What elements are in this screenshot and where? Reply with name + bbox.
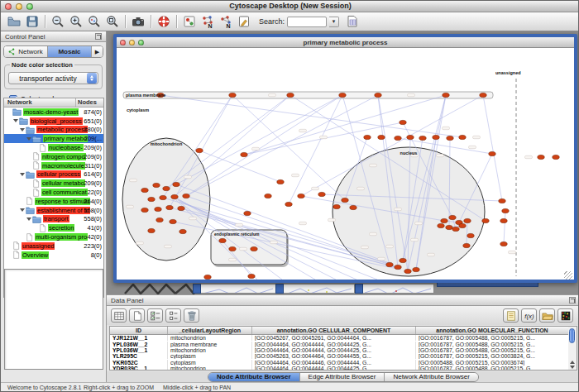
tree-indent [7, 246, 12, 246]
column-header-0[interactable]: ID [110, 327, 168, 334]
network-duplicate-button[interactable]: N [218, 14, 234, 30]
column-header-2[interactable]: annotation.GO CELLULAR_COMPONENT [252, 327, 416, 334]
heatmap-button[interactable] [557, 308, 573, 323]
table-row[interactable]: YDR039C__1mitochondrion[GO:0044464, GO:0… [110, 366, 568, 370]
tab-edge-attribute-browser[interactable]: Edge Attribute Browser [300, 373, 385, 381]
tree-row-response-to-stimulu[interactable]: response to stimulu264(0) [4, 197, 103, 206]
more-tabs-arrow[interactable]: ▶ [92, 46, 103, 57]
node-attributes-button[interactable] [181, 14, 198, 30]
tree-row-macromolecule[interactable]: macromolecule311(0) [4, 161, 103, 170]
annotation-icon [237, 15, 251, 28]
tree-row-cellular-process[interactable]: cellular process614(0) [4, 170, 103, 179]
float-panel-icon[interactable] [95, 33, 102, 40]
svg-text:N: N [208, 23, 213, 29]
help-button[interactable] [156, 14, 172, 30]
tree-row-cell-communicat[interactable]: cell communicat22(0) [4, 188, 103, 197]
tree-row-primary-metabo[interactable]: primary metabo209(... [4, 134, 103, 143]
tree-row-establishment-of-lo[interactable]: establishment of lo558(0) [4, 206, 103, 215]
open-folder-button[interactable] [539, 308, 555, 323]
table-row[interactable]: YKR052Ccytoplasm[GO:0044464, GO:0044446,… [110, 360, 568, 366]
open-file-button[interactable] [6, 14, 22, 30]
tree-row-metabolic-process[interactable]: metabolic process280(0) [4, 126, 103, 135]
save-button[interactable] [24, 14, 41, 30]
search-input[interactable] [287, 17, 327, 27]
disclosure-triangle-icon[interactable] [13, 119, 18, 122]
window-resize-grip[interactable] [564, 271, 572, 280]
tree-row-cellular-metabo[interactable]: cellular metabo209(0) [4, 179, 103, 188]
tab-network-attribute-browser[interactable]: Network Attribute Browser [385, 373, 477, 381]
float-panel-icon[interactable] [569, 297, 576, 304]
tree-item-label: unassigned [22, 242, 55, 250]
tree-item-node-count: 209(0) [75, 153, 102, 160]
tree-row-secretion[interactable]: secretion41(0) [4, 223, 103, 232]
table-row[interactable]: YPL036W__1mitochondrion[GO:0044464, GO:0… [110, 347, 568, 353]
table-cell: [GO:0044464, GO:0044444, GO:0044425, G..… [252, 342, 416, 347]
import-table-button[interactable] [344, 14, 361, 30]
folder-icon [12, 108, 22, 116]
search-combo: Search: ▼ [259, 17, 339, 27]
tree-row-unassigned[interactable]: unassigned223(0) [4, 241, 103, 251]
notes-button[interactable] [503, 308, 519, 323]
table-row[interactable]: YJR121W__1mitochondrion[GO:0045267, GO:0… [110, 335, 568, 341]
network-canvas[interactable]: plasma membranecytoplasmmitochondrionnuc… [117, 48, 572, 280]
network-window-titlebar[interactable]: primary metabolic process [117, 37, 574, 48]
delete-button[interactable] [184, 308, 199, 323]
tree-row-overview[interactable]: Overview8(0) [4, 251, 103, 260]
tree-column-network[interactable]: Network [4, 98, 76, 107]
table-scrollbar[interactable] [568, 326, 577, 370]
scrollbar-thumb[interactable] [569, 328, 575, 343]
function-button[interactable]: f(x) [521, 308, 537, 323]
table-row[interactable]: YPL036W__2plasma membrane[GO:0044464, GO… [110, 341, 568, 347]
tree-item-label: mosaic-demo-yeast [23, 108, 79, 116]
column-header-3[interactable]: annotation.GO MOLECULAR_FUNCTION [416, 327, 568, 334]
background-window[interactable] [193, 284, 277, 294]
node-attributes-icon [183, 15, 196, 28]
tree-row-mosaic-demo-yeast[interactable]: mosaic-demo-yeast874(0) [4, 108, 103, 117]
column-header-1[interactable]: _cellularLayoutRegion [168, 327, 252, 334]
table-cell: YJR121W__1 [110, 335, 168, 341]
select-attributes-button[interactable] [147, 308, 163, 323]
function-icon: f(x) [524, 310, 535, 322]
snapshot-icon [132, 15, 145, 28]
snapshot-button[interactable] [130, 14, 146, 30]
tree-row-nucleobase-[interactable]: nucleobase-209(0) [4, 143, 103, 152]
save-icon [26, 15, 39, 28]
node-color-dropdown[interactable]: transporter activity [8, 72, 98, 84]
tab-mosaic[interactable]: Mosaic [48, 46, 92, 57]
scrollbar-arrows[interactable] [569, 361, 576, 369]
tree-row-multi-organism-pro[interactable]: multi-organism pro42(0) [4, 232, 103, 241]
tree-row-transport[interactable]: transport558(0) [4, 215, 103, 224]
delete-icon [186, 310, 198, 322]
disclosure-triangle-icon[interactable] [26, 218, 31, 221]
tab-network[interactable]: Network [4, 46, 48, 57]
background-window[interactable] [275, 284, 355, 294]
search-dropdown-arrow[interactable]: ▼ [329, 17, 339, 27]
table-cell: YPL036W__2 [110, 342, 168, 347]
network-modify-button[interactable]: N [199, 14, 216, 30]
folder-icon [26, 126, 35, 134]
attribute-list-button[interactable] [165, 308, 181, 323]
disclosure-triangle-icon[interactable] [26, 137, 31, 141]
zoom-fit-button[interactable] [104, 14, 121, 30]
tab-node-attribute-browser[interactable]: Node Attribute Browser [208, 373, 300, 381]
disclosure-triangle-icon[interactable] [20, 128, 25, 131]
table-row[interactable]: YLR295Ccytoplasm[GO:0045263, GO:0044464,… [110, 353, 568, 359]
birds-eye-view[interactable] [4, 269, 103, 370]
tree-column-nodes[interactable]: Nodes [76, 98, 103, 107]
zoom-out-button[interactable] [50, 14, 66, 30]
table-cell: [GO:0044464, GO:0044446, GO:0044444, G..… [252, 360, 416, 366]
attribute-table[interactable]: ID_cellularLayoutRegionannotation.GO CEL… [109, 326, 569, 370]
network-tree-header: Network Nodes [4, 98, 103, 108]
tree-row-biological-process[interactable]: biological_process651(0) [4, 117, 103, 126]
zoom-in-button[interactable] [68, 14, 84, 30]
network-tree: Network Nodes mosaic-demo-yeast874(0)bio… [3, 98, 104, 298]
new-document-button[interactable] [129, 308, 145, 323]
annotation-button[interactable] [236, 14, 252, 30]
disclosure-triangle-icon[interactable] [20, 173, 25, 176]
table-button[interactable] [111, 308, 127, 323]
disclosure-triangle-icon[interactable] [20, 208, 25, 212]
zoom-selected-button[interactable] [86, 14, 103, 30]
network-view-window: primary metabolic process plasma membran… [113, 34, 577, 283]
background-window[interactable] [355, 284, 434, 294]
tree-row-nitrogen-compo[interactable]: nitrogen compo209(0) [4, 152, 103, 161]
